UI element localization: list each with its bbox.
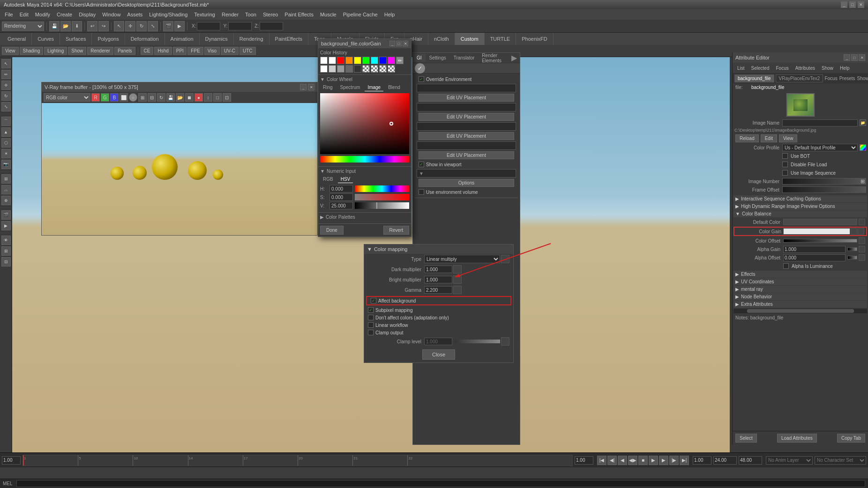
select-btn[interactable]: ↖ [114,21,124,31]
ae-copy-btn[interactable]: Copy Tab [837,434,865,443]
cp-title-controls[interactable]: _ □ ✕ [389,41,408,46]
ae-alpha-gain-input[interactable] [783,246,846,253]
cmp-dark-expand[interactable] [453,265,462,274]
menu-edit[interactable]: Edit [17,11,31,18]
tab-polygons[interactable]: Polygons [92,33,125,45]
cmp-clamp-level-input[interactable] [424,338,452,345]
playback-start[interactable] [2,456,21,465]
lt-rotate[interactable]: ↻ [1,91,11,101]
tb2-view[interactable]: View [2,47,19,55]
swatch-green[interactable] [362,57,370,64]
ae-color-gain-connect1[interactable] [851,228,857,235]
sp-slot3[interactable] [417,122,516,131]
ae-section-mental-ray[interactable]: ▶ mental ray [733,286,867,293]
tb2-shading[interactable]: Shading [20,47,44,55]
mel-input[interactable] [16,480,865,487]
menu-texturing[interactable]: Texturing [191,11,218,18]
ae-maximize[interactable]: □ [851,54,858,61]
fb-color-btn[interactable]: R [91,93,100,102]
cp-h-bar[interactable] [355,185,409,192]
sp-slot4[interactable] [417,141,516,150]
tb2-ce[interactable]: CE [141,47,154,55]
sp-dropdown-slot[interactable]: ▼ [417,169,516,177]
ae-alpha-gain-connect[interactable] [859,246,865,252]
ae-load-btn[interactable]: Load Attributes [777,434,817,443]
fb-circle-btn[interactable]: ○ [129,93,137,102]
swatch-magenta[interactable] [388,57,395,64]
ae-color-gain-swatch[interactable] [783,228,850,235]
ae-view-btn[interactable]: View [779,134,798,142]
ae-nav-help[interactable]: Help [837,65,853,72]
tab-animation[interactable]: Animation [165,33,200,45]
ae-usebot-checkbox[interactable] [782,153,788,159]
lt-snap-point[interactable]: ⊕ [1,196,11,205]
cp-revert-btn[interactable]: Revert [383,226,409,235]
lt-light[interactable]: ☀ [1,149,11,158]
ae-alpha-lum-checkbox[interactable] [783,263,789,269]
tb2-panels[interactable]: Panels [114,47,135,55]
ae-frameoffset-slider[interactable] [782,186,866,193]
anim-layer-select[interactable]: No Anim Layer [766,456,813,465]
cp-tab-hsv[interactable]: HSV [338,176,353,183]
ae-section-hdr[interactable]: ▶ High Dynamic Range Image Preview Optio… [733,203,867,210]
swatch-c2[interactable] [371,65,378,73]
swatch-pencil[interactable]: ✏ [396,57,404,64]
context-selector[interactable]: Rendering [2,22,44,31]
pb-stop[interactable]: ■ [638,456,648,465]
lt-select[interactable]: ↖ [1,59,11,68]
sp-check-viewport-checkbox[interactable]: ✓ [419,162,424,167]
cp-s-input[interactable] [329,193,353,201]
cmp-bright-input[interactable] [424,276,452,283]
cp-palettes-header[interactable]: ▶ Color Palettes [320,214,409,220]
sp-edit-uv4-btn[interactable]: Edit UV Placement [419,151,514,159]
pb-play-back[interactable]: ◀▶ [628,456,637,465]
sp-tab-settings[interactable]: Settings [426,54,450,62]
ae-nav-attributes[interactable]: Attributes [793,65,818,72]
current-frame[interactable] [693,456,711,465]
menu-paint-effects[interactable]: Paint Effects [282,11,316,18]
tab-phoenixfd[interactable]: PhoenixFD [516,33,553,45]
fb-btn7[interactable]: ● [195,93,203,102]
menu-window[interactable]: Window [99,11,123,18]
lt-show-hide[interactable]: 👁 [1,236,11,245]
tb2-renderer[interactable]: Renderer [87,47,113,55]
timeline-track[interactable]: 1 5 10 14 17 20 21 22 [22,455,573,466]
lt-move[interactable]: ✛ [1,81,11,90]
pb-goto-end[interactable]: ▶| [680,456,689,465]
import-btn[interactable]: ⬇ [72,21,82,31]
fb-btn1[interactable]: ⊞ [138,93,147,102]
ae-nav-show[interactable]: Show [819,65,836,72]
cmp-type-expand[interactable] [501,255,509,263]
lt-camera[interactable]: 📷 [1,160,11,169]
cmp-clamp-slider[interactable] [454,340,500,343]
cp-h-input[interactable] [329,185,353,192]
char-set-select[interactable]: No Character Set [815,456,866,465]
fb-btn5[interactable]: 📂 [176,93,184,102]
undo-btn[interactable]: ↩ [87,21,97,31]
tb2-viso[interactable]: Viso [204,47,220,55]
pb-prev-frame[interactable]: ◀ [618,456,627,465]
lt-group[interactable]: ⊞ [1,246,11,256]
ae-imagenum-slider[interactable]: ⊞ [782,178,866,185]
tab-turtle[interactable]: TURTLE [485,33,516,45]
sp-edit-uv1-btn[interactable]: Edit UV Placement [419,94,514,102]
render-btn[interactable]: 🎬 [163,21,173,31]
menu-stereo[interactable]: Stereo [260,11,281,18]
tab-surfaces[interactable]: Surfaces [60,33,92,45]
fb-btn2[interactable]: ⊟ [148,93,156,102]
swatch-c1[interactable] [362,65,370,73]
cmp-dont-affect-checkbox[interactable] [368,315,374,320]
menu-lighting-shading[interactable]: Lighting/Shading [146,11,190,18]
ae-select-btn[interactable]: Select [735,434,757,443]
ae-section-uv[interactable]: ▶ UV Coordinates [733,278,867,285]
vray-fb-controls[interactable]: _ ✕ [300,84,314,90]
color-gradient[interactable] [320,93,409,154]
ae-minimize[interactable]: _ [844,54,850,61]
lt-curve[interactable]: ⌒ [1,117,11,126]
save-btn[interactable]: 💾 [49,21,60,31]
vray-fb-close[interactable]: ✕ [308,84,314,90]
lt-snap-curve[interactable]: ⌓ [1,185,11,194]
sp-options-btn[interactable]: Options [419,179,514,187]
rotate-btn[interactable]: ↻ [136,21,147,31]
cp-done-btn[interactable]: Done [320,226,344,235]
